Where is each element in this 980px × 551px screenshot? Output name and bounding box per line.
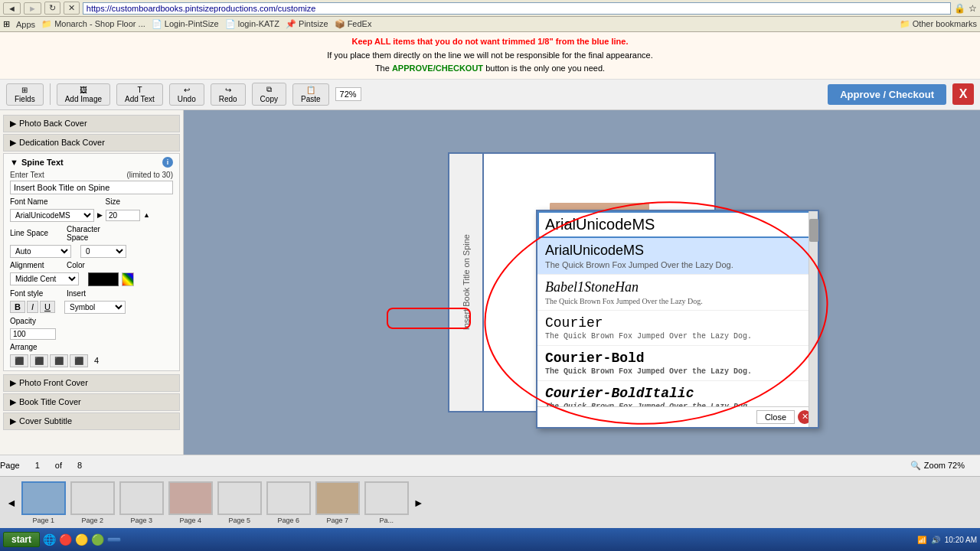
close-button[interactable]: X: [952, 83, 974, 105]
approve-checkout-button[interactable]: Approve / Checkout: [828, 84, 946, 105]
section-book-title-cover[interactable]: ▶ Book Title Cover: [3, 393, 180, 411]
thumb-scroll-left[interactable]: ◄: [6, 497, 17, 509]
thumb-img-page4: [168, 481, 213, 515]
font-dropdown: ArialUnicodeMS The Quick Brown Fox Jumpe…: [536, 210, 819, 429]
font-preview-babel: The Quick Brown Fox Jumped Over the Lazy…: [545, 297, 810, 305]
tray-time: 10:20 AM: [945, 536, 977, 544]
section-photo-back-cover[interactable]: ▶ Photo Back Cover: [3, 115, 180, 132]
font-item-arial[interactable]: ArialUnicodeMS The Quick Brown Fox Jumpe…: [537, 238, 818, 275]
size-arrow-up[interactable]: ▲: [143, 211, 150, 219]
style-buttons: B I U: [10, 301, 55, 313]
canvas-area: Insert Book Title on Spine: [184, 110, 980, 455]
size-input[interactable]: [106, 210, 140, 221]
section-cover-subtitle[interactable]: ▶ Cover Subtitle: [3, 412, 180, 430]
reload-button[interactable]: ↻: [44, 2, 60, 15]
font-dropdown-footer: Close ✕: [537, 406, 818, 427]
thumb-page4[interactable]: Page 4: [168, 481, 213, 524]
redo-button[interactable]: ↪ Redo: [211, 83, 246, 106]
thumb-page3[interactable]: Page 3: [119, 481, 164, 524]
back-button[interactable]: ◄: [3, 2, 21, 15]
section-expand-icon-4: ▶: [10, 397, 16, 407]
font-preview-arial: The Quick Brown Fox Jumped Over the Lazy…: [545, 260, 810, 269]
bookmark-pintsize[interactable]: 📌 Pintsize: [286, 19, 328, 29]
font-name-courier: Courier: [545, 315, 810, 331]
thumb-label-page7: Page 7: [327, 517, 349, 524]
warning-line2: If you place them directly on the line w…: [327, 51, 653, 60]
thumb-page7[interactable]: Page 7: [315, 481, 360, 524]
copy-button[interactable]: ⧉ Copy: [252, 83, 286, 106]
apps-icon: ⊞: [3, 19, 10, 29]
bookmark-fedex[interactable]: 📦 FedEx: [335, 19, 372, 29]
section-dedication-back-cover[interactable]: ▶ Dedication Back Cover: [3, 134, 180, 152]
underline-button[interactable]: U: [40, 301, 55, 313]
font-item-courier-bolditalic[interactable]: Courier-BoldItalic The Quick Brown Fox J…: [537, 381, 818, 406]
paste-button[interactable]: 📋 Paste: [292, 83, 329, 106]
bold-button[interactable]: B: [10, 301, 25, 313]
browser-bar: ◄ ► ↻ ✕ 🔒 ☆: [0, 0, 980, 17]
dropdown-scrollbar[interactable]: [808, 211, 818, 427]
undo-button[interactable]: ↩ Undo: [169, 83, 204, 106]
arrange-btn-3[interactable]: ⬛: [50, 354, 68, 367]
thumb-page6[interactable]: Page 6: [266, 481, 311, 524]
info-icon[interactable]: i: [162, 157, 173, 168]
start-button[interactable]: start: [3, 532, 40, 547]
line-space-select[interactable]: Auto: [10, 245, 71, 258]
bookmark-loginpintsize[interactable]: 📄 Login-PintSize: [152, 19, 219, 29]
font-item-courier-bold[interactable]: Courier-Bold The Quick Brown Fox Jumped …: [537, 346, 818, 381]
font-item-courier[interactable]: Courier The Quick Brown Fox Jumped Over …: [537, 311, 818, 346]
line-space-row: Line Space Character Space: [10, 225, 173, 242]
warning-line1: Keep ALL items that you do not want trim…: [352, 37, 629, 46]
bookmarks-bar: ⊞ Apps 📁 Monarch - Shop Floor ... 📄 Logi…: [0, 17, 980, 32]
color-palette-button[interactable]: [122, 272, 134, 286]
font-select-arrow: ▶: [97, 211, 103, 219]
add-image-button[interactable]: 🖼 Add Image: [57, 83, 110, 106]
status-bar: Page 1 of 8 🔍 Zoom 72%: [0, 455, 980, 476]
section-expand-icon-3: ▶: [10, 378, 16, 388]
spine-text-input[interactable]: [10, 181, 173, 194]
thumb-page8[interactable]: Pa...: [364, 481, 409, 524]
main-toolbar: ⊞ Fields 🖼 Add Image T Add Text ↩ Undo ↪…: [0, 80, 980, 110]
security-icon: 🔒: [954, 3, 965, 14]
taskbar-icon-2: 🟡: [75, 533, 88, 546]
opacity-input[interactable]: [10, 328, 56, 340]
font-preview-courier: The Quick Brown Fox Jumped Over the Lazy…: [545, 332, 810, 341]
font-search-input[interactable]: [537, 211, 818, 238]
color-swatch[interactable]: [88, 272, 119, 286]
alignment-select[interactable]: Middle Cent: [10, 272, 79, 285]
thumb-label-page3: Page 3: [131, 517, 153, 524]
fields-button[interactable]: ⊞ Fields: [6, 83, 44, 106]
arrange-label-row: Arrange: [10, 343, 173, 351]
arrange-btn-2[interactable]: ⬛: [30, 354, 48, 367]
thumb-img-page2: [70, 481, 115, 515]
char-space-select[interactable]: 0: [80, 245, 126, 258]
thumb-page1[interactable]: Page 1: [21, 481, 66, 524]
insert-select[interactable]: Symbol: [64, 301, 126, 314]
thumb-label-page2: Page 2: [82, 517, 104, 524]
bookmark-monarch[interactable]: 📁 Monarch - Shop Floor ...: [41, 19, 145, 29]
bookmark-loginkatz[interactable]: 📄 login-KATZ: [225, 19, 279, 29]
task-customize-document[interactable]: [107, 537, 121, 542]
section-photo-front-cover[interactable]: ▶ Photo Front Cover: [3, 374, 180, 392]
add-text-button[interactable]: T Add Text: [116, 83, 163, 106]
section-expand-icon-2: ▶: [10, 138, 16, 148]
font-name-select[interactable]: ArialUnicodeMS: [10, 209, 94, 222]
font-size-row: ArialUnicodeMS ▶ ▲: [10, 209, 173, 222]
thumb-scroll-right[interactable]: ►: [413, 497, 424, 509]
other-bookmarks[interactable]: 📁 Other bookmarks: [900, 19, 977, 29]
thumb-label-page1: Page 1: [33, 517, 55, 524]
spine-text: Insert Book Title on Spine: [462, 234, 471, 330]
address-bar[interactable]: [83, 2, 951, 15]
arrange-btn-1[interactable]: ⬛: [10, 354, 28, 367]
close-font-dropdown-button[interactable]: Close: [756, 410, 795, 424]
arrange-btn-4[interactable]: ⬛: [70, 354, 88, 367]
font-name-arial: ArialUnicodeMS: [545, 243, 810, 259]
tray-volume-icon: 🔊: [931, 536, 940, 544]
forward-button[interactable]: ►: [24, 2, 41, 15]
star-icon: ☆: [969, 3, 977, 14]
thumb-page2[interactable]: Page 2: [70, 481, 115, 524]
font-item-babel[interactable]: Babel1StoneHan The Quick Brown Fox Jumpe…: [537, 275, 818, 311]
thumb-page5[interactable]: Page 5: [217, 481, 262, 524]
italic-button[interactable]: I: [27, 301, 38, 313]
stop-button[interactable]: ✕: [64, 2, 80, 15]
bookmark-apps[interactable]: Apps: [16, 20, 35, 29]
